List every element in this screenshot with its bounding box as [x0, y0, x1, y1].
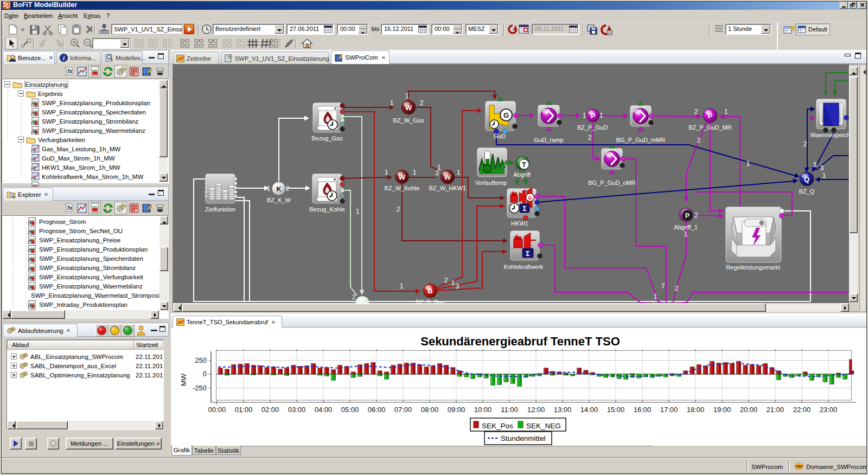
svg-text:2: 2 [352, 293, 356, 301]
svg-text:Abgriff: Abgriff [513, 171, 531, 178]
svg-text:G: G [528, 195, 532, 201]
svg-text:15:00: 15:00 [607, 406, 625, 414]
svg-text:B: B [427, 287, 432, 295]
svg-text:22:00: 22:00 [793, 406, 811, 414]
svg-text:SEK_Pos: SEK_Pos [482, 422, 513, 430]
svg-text:250: 250 [195, 356, 207, 364]
svg-text:SEK_NEG: SEK_NEG [526, 422, 561, 430]
svg-text:HKW1: HKW1 [511, 220, 528, 227]
svg-text:BZ_K_W: BZ_K_W [267, 197, 291, 203]
svg-text:P: P [708, 112, 713, 120]
svg-text:P: P [591, 112, 596, 120]
svg-text:2: 2 [436, 169, 439, 177]
svg-text:Σ: Σ [526, 249, 530, 258]
svg-text:3: 3 [456, 283, 459, 290]
svg-text:Σ: Σ [522, 205, 526, 213]
svg-text:3: 3 [813, 161, 817, 169]
svg-text:1: 1 [654, 293, 658, 300]
svg-text:W: W [444, 173, 451, 181]
svg-text:09:00: 09:00 [448, 406, 465, 414]
svg-text:1: 1 [267, 185, 271, 192]
svg-text:16:00: 16:00 [634, 406, 652, 414]
svg-text:19:00: 19:00 [713, 406, 731, 414]
svg-text:06:00: 06:00 [368, 406, 386, 414]
svg-text:01:00: 01:00 [235, 406, 253, 414]
svg-text:1: 1 [457, 169, 461, 176]
svg-text:Bezug_Gas: Bezug_Gas [311, 135, 343, 142]
svg-text:1: 1 [684, 230, 688, 238]
svg-text:18:00: 18:00 [687, 406, 705, 414]
svg-text:1: 1 [599, 112, 603, 119]
svg-text:K: K [276, 185, 282, 193]
svg-text:00:00: 00:00 [208, 406, 226, 414]
svg-text:-250: -250 [193, 384, 207, 392]
svg-text:1: 1 [413, 169, 417, 176]
svg-text:1: 1 [385, 169, 388, 176]
svg-text:Abgriff_1: Abgriff_1 [674, 224, 698, 230]
svg-text:13:00: 13:00 [554, 406, 572, 414]
svg-text:17:00: 17:00 [660, 406, 678, 414]
svg-text:07:00: 07:00 [394, 406, 412, 414]
svg-text:BZ_W_Gas: BZ_W_Gas [393, 117, 424, 124]
svg-text:1: 1 [822, 172, 826, 179]
svg-text:GuD_ramp: GuD_ramp [534, 137, 564, 143]
svg-text:20:00: 20:00 [740, 406, 758, 414]
svg-text:BZ_P_GuD: BZ_P_GuD [577, 124, 608, 131]
svg-text:GuD: GuD [494, 133, 506, 139]
svg-text:Q: Q [804, 175, 809, 183]
svg-text:2: 2 [697, 137, 701, 144]
svg-text:2: 2 [694, 211, 698, 219]
svg-text:3: 3 [820, 164, 824, 172]
svg-text:02:00: 02:00 [261, 406, 279, 414]
svg-text:Zielfunktion: Zielfunktion [205, 206, 235, 213]
svg-text:Sekundärenergieabruf TenneT TS: Sekundärenergieabruf TenneT TSO [420, 335, 620, 348]
svg-text:08:00: 08:00 [421, 406, 439, 414]
svg-text:T: T [522, 161, 526, 169]
svg-text:2: 2 [286, 185, 290, 192]
svg-text:fx: fx [67, 68, 72, 74]
svg-text:1: 1 [746, 160, 750, 168]
svg-text:2: 2 [397, 206, 400, 213]
svg-text:2: 2 [803, 140, 807, 148]
svg-text:2: 2 [420, 99, 424, 107]
svg-text:7: 7 [661, 283, 665, 290]
svg-text:03:00: 03:00 [288, 406, 306, 414]
svg-text:2: 2 [694, 108, 698, 115]
svg-text:1: 1 [451, 279, 455, 287]
svg-text:Bezug_Kohle: Bezug_Kohle [309, 206, 344, 213]
svg-text:11:00: 11:00 [501, 406, 518, 414]
svg-text:2: 2 [444, 277, 448, 284]
svg-text:1: 1 [405, 92, 409, 100]
svg-text:1: 1 [390, 99, 394, 107]
svg-text:Waermespeiche: Waermespeiche [810, 132, 849, 138]
svg-text:12:00: 12:00 [527, 406, 545, 414]
svg-text:2: 2 [588, 134, 592, 142]
svg-text:G: G [503, 111, 509, 119]
svg-text:W: W [405, 104, 412, 112]
svg-text:BZ_B_Gas: BZ_B_Gas [416, 299, 445, 303]
svg-text:14:00: 14:00 [580, 406, 598, 414]
svg-text:MW: MW [180, 373, 188, 386]
svg-text:23:00: 23:00 [820, 406, 838, 414]
svg-text:21:00: 21:00 [767, 406, 784, 414]
svg-text:P: P [685, 212, 690, 220]
svg-text:2: 2 [675, 285, 679, 292]
svg-text:04:00: 04:00 [315, 406, 333, 414]
svg-text:BZ_Q: BZ_Q [799, 188, 815, 195]
svg-text:0: 0 [203, 370, 207, 378]
svg-text:BZ_W_Kohle: BZ_W_Kohle [385, 185, 420, 191]
svg-text:BG_P_GuD_oMR: BG_P_GuD_oMR [588, 179, 635, 186]
svg-text:1: 1 [356, 208, 360, 215]
svg-text:Stundenmittel: Stundenmittel [501, 434, 546, 442]
svg-text:Kohlekraftwerk: Kohlekraftwerk [504, 264, 544, 270]
svg-text:1: 1 [583, 112, 586, 119]
svg-text:10:00: 10:00 [474, 406, 492, 414]
svg-text:05:00: 05:00 [341, 406, 359, 414]
svg-text:fx: fx [67, 205, 72, 211]
svg-text:Regelleistungsmarkt: Regelleistungsmarkt [726, 264, 780, 271]
svg-text:BZ_P_GuD_MR: BZ_P_GuD_MR [688, 124, 732, 131]
svg-text:BZ_W_HKW1: BZ_W_HKW1 [429, 185, 466, 191]
svg-text:1: 1 [724, 108, 728, 115]
svg-text:W: W [399, 173, 406, 181]
svg-text:Vorlauftemp: Vorlauftemp [475, 179, 507, 186]
